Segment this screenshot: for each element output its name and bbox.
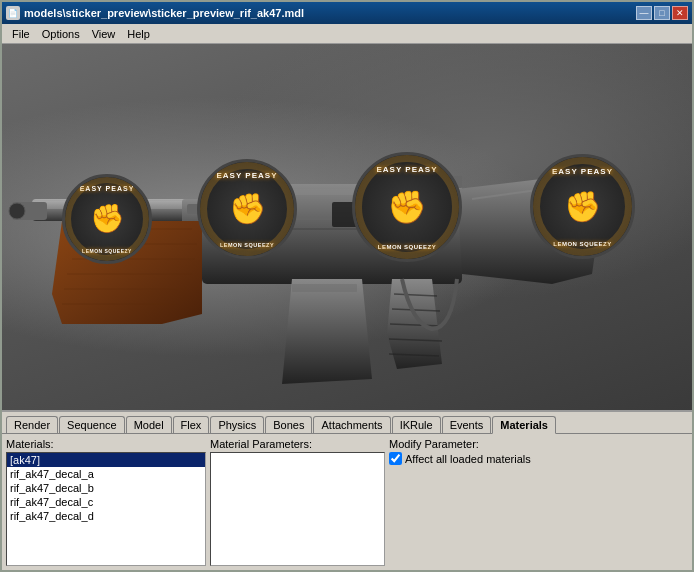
material-item-decal-c[interactable]: rif_ak47_decal_c <box>7 495 205 509</box>
window-title: models\sticker_preview\sticker_preview_r… <box>24 7 304 19</box>
tab-bar: Render Sequence Model Flex Physics Bones… <box>2 412 692 434</box>
params-box[interactable] <box>210 452 385 566</box>
tab-physics[interactable]: Physics <box>210 416 264 433</box>
affect-all-label[interactable]: Affect all loaded materials <box>389 452 531 465</box>
materials-section: Materials: [ak47] rif_ak47_decal_a rif_a… <box>6 438 206 566</box>
materials-list[interactable]: [ak47] rif_ak47_decal_a rif_ak47_decal_b… <box>6 452 206 566</box>
tab-ikrule[interactable]: IKRule <box>392 416 441 433</box>
tab-events[interactable]: Events <box>442 416 492 433</box>
params-section: Material Parameters: <box>210 438 385 566</box>
materials-label: Materials: <box>6 438 206 450</box>
affect-all-checkbox[interactable] <box>389 452 402 465</box>
sticker-2: EASY PEASY ✊ LEMON SQUEEZY <box>197 159 297 259</box>
sticker-4: EASY PEASY ✊ LEMON SQUEEZY <box>530 154 635 259</box>
tab-render[interactable]: Render <box>6 416 58 433</box>
tab-attachments[interactable]: Attachments <box>313 416 390 433</box>
material-item-decal-b[interactable]: rif_ak47_decal_b <box>7 481 205 495</box>
tab-model[interactable]: Model <box>126 416 172 433</box>
title-buttons: — □ ✕ <box>636 6 688 20</box>
menu-file[interactable]: File <box>6 26 36 42</box>
menu-options[interactable]: Options <box>36 26 86 42</box>
tab-materials[interactable]: Materials <box>492 416 556 434</box>
tab-bones[interactable]: Bones <box>265 416 312 433</box>
affect-all-text: Affect all loaded materials <box>405 453 531 465</box>
3d-viewport[interactable]: EASY PEASY ✊ LEMON SQUEEZY EASY PEASY ✊ … <box>2 44 692 410</box>
menu-bar: File Options View Help <box>2 24 692 44</box>
modify-section: Modify Parameter: Affect all loaded mate… <box>389 438 688 566</box>
params-label: Material Parameters: <box>210 438 385 450</box>
svg-point-24 <box>9 203 25 219</box>
modify-label: Modify Parameter: <box>389 438 688 450</box>
sticker-3: EASY PEASY ✊ LEMON SQUEEZY <box>352 152 462 262</box>
material-item-decal-d[interactable]: rif_ak47_decal_d <box>7 509 205 523</box>
bottom-panel: Render Sequence Model Flex Physics Bones… <box>2 410 692 570</box>
gun-model-container: EASY PEASY ✊ LEMON SQUEEZY EASY PEASY ✊ … <box>2 44 692 410</box>
material-item-decal-a[interactable]: rif_ak47_decal_a <box>7 467 205 481</box>
tab-flex[interactable]: Flex <box>173 416 210 433</box>
minimize-button[interactable]: — <box>636 6 652 20</box>
main-window: 📄 models\sticker_preview\sticker_preview… <box>0 0 694 572</box>
close-button[interactable]: ✕ <box>672 6 688 20</box>
sticker-1: EASY PEASY ✊ LEMON SQUEEZY <box>62 174 152 264</box>
tab-content: Materials: [ak47] rif_ak47_decal_a rif_a… <box>2 434 692 570</box>
svg-rect-21 <box>292 284 357 292</box>
app-icon: 📄 <box>6 6 20 20</box>
modify-row: Affect all loaded materials <box>389 452 688 465</box>
tab-sequence[interactable]: Sequence <box>59 416 125 433</box>
menu-help[interactable]: Help <box>121 26 156 42</box>
maximize-button[interactable]: □ <box>654 6 670 20</box>
material-item-ak47[interactable]: [ak47] <box>7 453 205 467</box>
title-bar: 📄 models\sticker_preview\sticker_preview… <box>2 2 692 24</box>
title-bar-left: 📄 models\sticker_preview\sticker_preview… <box>6 6 304 20</box>
menu-view[interactable]: View <box>86 26 122 42</box>
